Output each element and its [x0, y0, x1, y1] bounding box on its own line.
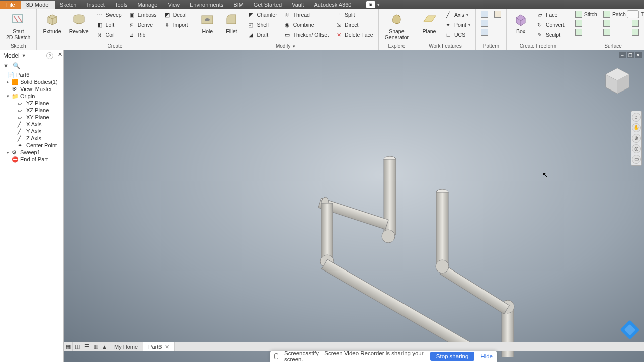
sculpt-icon: ✎ — [536, 31, 544, 39]
point-icon: ✦ — [444, 21, 452, 29]
svg-rect-16 — [440, 265, 509, 314]
hide-sharing-button[interactable]: Hide — [480, 353, 493, 359]
tree-item-xy-plane[interactable]: ▱XY Plane — [0, 114, 63, 121]
filter-icon[interactable]: ▼ — [3, 63, 9, 69]
surf-b5-button[interactable] — [630, 19, 644, 27]
stitch-button[interactable]: Stitch — [573, 10, 599, 18]
box-button[interactable]: Box — [510, 10, 532, 35]
rect-pattern-button[interactable] — [479, 10, 490, 18]
menu-getstarted[interactable]: Get Started — [249, 1, 287, 9]
tree-item-sweep1[interactable]: ▸⚙Sweep1 — [0, 149, 63, 156]
help-icon[interactable]: ? — [46, 52, 53, 59]
coil-button[interactable]: §Coil — [94, 30, 124, 39]
viewport-restore-button[interactable]: ❐ — [627, 52, 634, 58]
extrude-button[interactable]: Extrude — [40, 10, 64, 35]
deleteface-icon: ✕ — [335, 31, 343, 39]
axis-button[interactable]: ╱Axis ▾ — [442, 10, 472, 19]
menu-a360[interactable]: Autodesk A360 — [309, 1, 356, 9]
start-2d-sketch-button[interactable]: Start 2D Sketch — [3, 10, 33, 41]
menu-bim[interactable]: BIM — [228, 1, 249, 9]
tree-item-y-axis[interactable]: ╱Y Axis — [0, 128, 63, 135]
thread-button[interactable]: ≋Thread — [281, 10, 331, 19]
tab-up-icon[interactable]: ▲ — [100, 342, 109, 351]
tree-item-view-master[interactable]: 👁View: Master — [0, 85, 63, 93]
3d-viewport[interactable]: – ❐ ✕ ⌂ ✋ ⊕ ◎ ▭ — [64, 50, 644, 362]
ribbon-label[interactable]: Modify ▼ — [196, 43, 375, 50]
tab-close-icon[interactable]: ✕ — [165, 344, 169, 350]
tab-cols-icon[interactable]: ▥ — [91, 342, 100, 351]
sculpt-button[interactable]: ✎Sculpt — [534, 30, 567, 39]
menu-view[interactable]: View — [163, 1, 185, 9]
hole-button[interactable]: Hole — [196, 10, 218, 35]
thicken-button[interactable]: ▭Thicken/ Offset — [281, 30, 331, 39]
draft-button[interactable]: ◢Draft — [245, 30, 279, 39]
sweep-button[interactable]: 〰Sweep — [94, 10, 124, 19]
tree-item-end-of-part[interactable]: ⛔End of Part — [0, 156, 63, 163]
deleteface-button[interactable]: ✕Delete Face — [333, 30, 375, 39]
direct-button[interactable]: ⇲Direct — [333, 20, 375, 29]
plane-button[interactable]: Plane — [418, 10, 440, 35]
extrude-icon — [44, 11, 60, 27]
collab-icon[interactable]: ▣ — [366, 1, 375, 8]
menu-sketch[interactable]: Sketch — [55, 1, 82, 9]
viewport-minimize-button[interactable]: – — [619, 52, 626, 58]
face-button[interactable]: ▱Face — [534, 10, 567, 19]
tab-myhome[interactable]: My Home — [109, 342, 143, 351]
decal-button[interactable]: ◩Decal — [161, 10, 190, 19]
tab-part6[interactable]: Part6✕ — [143, 342, 175, 351]
find-icon[interactable]: 🔍 — [13, 62, 20, 69]
pattern-aux-button[interactable] — [492, 10, 503, 18]
svg-point-3 — [205, 18, 210, 21]
menu-vault[interactable]: Vault — [287, 1, 309, 9]
fillet-button[interactable]: Fillet — [220, 10, 243, 35]
browser-close-button[interactable]: ✕ — [56, 51, 63, 58]
revolve-button[interactable]: Revolve — [66, 10, 92, 35]
menu-manage[interactable]: Manage — [133, 1, 163, 9]
rib-button[interactable]: ⊿Rib — [126, 30, 159, 39]
pause-icon[interactable] — [274, 353, 278, 359]
chamfer-button[interactable]: ◤Chamfer — [245, 10, 279, 19]
surf-b1-button[interactable] — [573, 19, 599, 27]
surf-b4-button[interactable] — [601, 28, 628, 36]
sketch-icon — [10, 11, 26, 27]
surf-b3-button[interactable] — [601, 19, 628, 27]
tree-item-yz-plane[interactable]: ▱YZ Plane — [0, 100, 63, 107]
menu-inspect[interactable]: Inspect — [82, 1, 109, 9]
loft-button[interactable]: ◧Loft — [94, 20, 124, 29]
tab-list-icon[interactable]: ☰ — [82, 342, 91, 351]
circ-pattern-button[interactable] — [479, 19, 490, 27]
menu-tools[interactable]: Tools — [110, 1, 133, 9]
mirror-button[interactable] — [479, 28, 490, 36]
viewcube[interactable] — [602, 65, 633, 97]
tree-item-z-axis[interactable]: ╱Z Axis — [0, 135, 63, 142]
tree-item-x-axis[interactable]: ╱X Axis — [0, 121, 63, 128]
viewport-close-button[interactable]: ✕ — [635, 52, 642, 58]
tab-grid-icon[interactable]: ▦ — [64, 342, 73, 351]
help-dropdown[interactable] — [627, 10, 639, 18]
tree-item-solid-bodies-1-[interactable]: ▸🟧Solid Bodies(1) — [0, 78, 63, 85]
patch-button[interactable]: Patch — [601, 10, 628, 18]
surf-b6-button[interactable] — [630, 28, 644, 36]
point-button[interactable]: ✦Point ▾ — [442, 20, 472, 29]
tree-item-center-point[interactable]: ✦Center Point — [0, 142, 63, 149]
tab-tile-icon[interactable]: ◫ — [73, 342, 82, 351]
shape-generator-button[interactable]: Shape Generator — [382, 10, 412, 41]
derive-button[interactable]: ⎘Derive — [126, 20, 159, 29]
surf-b2-button[interactable] — [573, 28, 599, 36]
tree-item-xz-plane[interactable]: ▱XZ Plane — [0, 107, 63, 114]
emboss-button[interactable]: ▣Emboss — [126, 10, 159, 19]
menu-file[interactable]: File — [0, 1, 21, 9]
split-button[interactable]: ⑂Split — [333, 10, 375, 19]
ucs-button[interactable]: ∟UCS — [442, 30, 472, 39]
import-button[interactable]: ⇩Import — [161, 20, 190, 29]
shell-button[interactable]: ◰Shell — [245, 20, 279, 29]
convert-ff-button[interactable]: ↻Convert — [534, 20, 567, 29]
stop-sharing-button[interactable]: Stop sharing — [430, 352, 475, 361]
import-icon: ⇩ — [163, 21, 171, 29]
tree-item-origin[interactable]: ▾📁Origin — [0, 93, 63, 100]
tree-item-part6[interactable]: 📄Part6 — [0, 71, 63, 78]
menu-3dmodel[interactable]: 3D Model — [21, 1, 55, 9]
browser-header[interactable]: Model▼ ? — [0, 50, 63, 61]
menu-environments[interactable]: Environments — [185, 1, 228, 9]
combine-button[interactable]: ◉Combine — [281, 20, 331, 29]
